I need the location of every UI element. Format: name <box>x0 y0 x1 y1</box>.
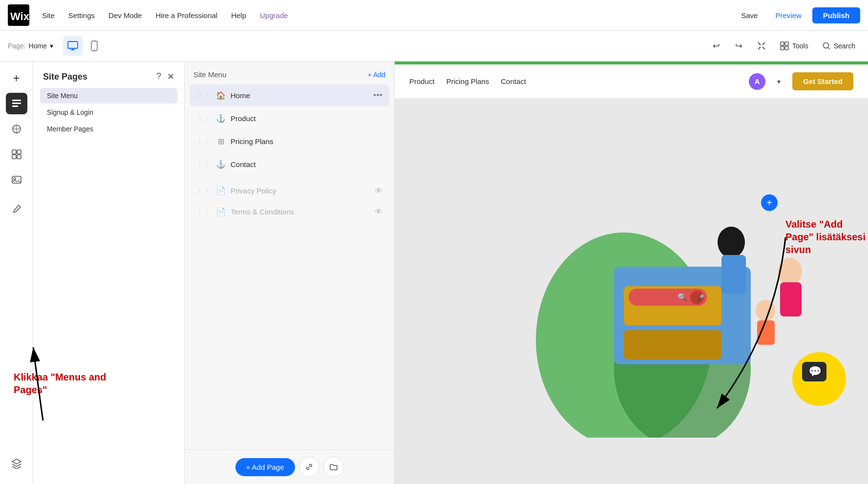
page-item-product[interactable]: ⋮⋮ ⚓ Product ••• <box>190 107 389 129</box>
svg-point-9 <box>823 43 828 48</box>
anchor-icon-contact: ⚓ <box>216 160 226 169</box>
tab-site-menu[interactable]: Site Menu <box>40 88 177 104</box>
nav-devmode[interactable]: Dev Mode <box>104 8 147 22</box>
tab-member-pages[interactable]: Member Pages <box>40 121 177 137</box>
nav-site[interactable]: Site <box>37 8 60 22</box>
svg-point-4 <box>94 49 95 50</box>
panel-header-icons: ? ✕ <box>156 71 174 82</box>
nav-settings[interactable]: Settings <box>64 8 100 22</box>
drag-handle-privacy: ⋮⋮ <box>196 187 210 195</box>
svg-rect-2 <box>68 42 78 48</box>
page-item-terms[interactable]: ⋮⋮ 📄 Terms & Conditions 👁 <box>190 201 389 222</box>
svg-rect-8 <box>785 46 788 50</box>
publish-button[interactable]: Publish <box>812 7 860 23</box>
avatar-chevron-icon[interactable]: ▾ <box>777 78 781 85</box>
page-item-contact[interactable]: ⋮⋮ ⚓ Contact ••• <box>190 153 389 175</box>
page-name-privacy: Privacy Policy <box>231 187 276 195</box>
layers-btn[interactable] <box>6 453 27 474</box>
svg-rect-34 <box>757 320 775 345</box>
page-selector[interactable]: Page: Home ▾ <box>8 42 53 50</box>
search-button[interactable]: Search <box>817 39 860 53</box>
page-item-privacy[interactable]: ⋮⋮ 📄 Privacy Policy 👁 <box>190 180 389 201</box>
nav-hire[interactable]: Hire a Professional <box>150 8 222 22</box>
get-started-button[interactable]: Get Started <box>792 72 853 90</box>
panel-tabs: Site Menu Signup & Login Member Pages <box>33 88 184 137</box>
toolbar-icons: ↩ ↪ Tools Search <box>707 37 860 55</box>
drag-handle-product: ⋮⋮ <box>196 115 210 123</box>
svg-point-31 <box>778 258 802 285</box>
search-label: Search <box>834 42 855 50</box>
svg-point-19 <box>14 178 16 180</box>
folder-btn[interactable] <box>323 457 344 477</box>
chevron-down-icon: ▾ <box>50 42 53 50</box>
page-name-home: Home <box>231 91 368 100</box>
wix-logo[interactable]: Wix <box>8 4 29 26</box>
desktop-device-btn[interactable] <box>63 36 83 56</box>
svg-rect-15 <box>17 150 21 154</box>
tab-signup-login[interactable]: Signup & Login <box>40 105 177 120</box>
page-name-terms: Terms & Conditions <box>231 208 294 216</box>
pen-btn[interactable] <box>6 198 27 220</box>
add-page-link[interactable]: + Add <box>368 71 385 79</box>
page-list: ⋮⋮ 🏠 Home ••• ⋮⋮ ⚓ Product ••• ⋮⋮ ⊞ Pric… <box>185 84 394 175</box>
pages-menu-btn[interactable] <box>6 93 27 114</box>
close-icon[interactable]: ✕ <box>167 71 174 82</box>
top-nav: Wix Site Settings Dev Mode Hire a Profes… <box>0 0 868 31</box>
grid-icon-pricing: ⊞ <box>216 137 226 146</box>
svg-rect-17 <box>17 155 21 159</box>
svg-point-33 <box>756 300 775 321</box>
drag-handle-home: ⋮⋮ <box>196 92 210 100</box>
add-page-button[interactable]: + Add Page <box>235 458 295 476</box>
media-btn[interactable] <box>6 169 27 190</box>
svg-rect-6 <box>785 42 788 45</box>
device-icons <box>63 36 104 56</box>
svg-rect-24 <box>624 330 721 359</box>
site-nav: Product Pricing Plans Contact A ▾ Get St… <box>395 64 868 99</box>
eye-icon-terms[interactable]: 👁 <box>375 208 382 216</box>
site-nav-pricing[interactable]: Pricing Plans <box>446 77 489 85</box>
nav-upgrade[interactable]: Upgrade <box>255 8 293 22</box>
second-bar: Page: Home ▾ ↩ ↪ Tools Search <box>0 31 868 62</box>
page-name-pricing: Pricing Plans <box>231 137 368 146</box>
svg-rect-30 <box>721 255 746 294</box>
svg-text:💬: 💬 <box>808 365 822 378</box>
svg-text:🔍: 🔍 <box>677 293 687 302</box>
save-button[interactable]: Save <box>734 8 764 22</box>
link-page-btn[interactable] <box>299 457 319 477</box>
add-element-btn[interactable]: + <box>6 67 27 89</box>
site-nav-contact[interactable]: Contact <box>501 77 526 85</box>
page-name: Home <box>29 42 47 50</box>
page-name-product: Product <box>231 114 368 123</box>
user-avatar[interactable]: A <box>749 73 765 90</box>
anchor-icon-product: ⚓ <box>216 114 226 123</box>
page-label: Page: <box>8 42 26 50</box>
pages-bottom: + Add Page <box>185 449 394 484</box>
help-icon[interactable]: ? <box>156 71 161 82</box>
svg-rect-5 <box>781 42 784 45</box>
add-section-circle[interactable]: + <box>761 194 778 211</box>
eye-icon-privacy[interactable]: 👁 <box>375 187 382 195</box>
redo-btn[interactable]: ↪ <box>730 37 748 55</box>
tools-label: Tools <box>792 42 808 50</box>
panel-header: Site Pages ? ✕ <box>33 62 184 88</box>
preview-button[interactable]: Preview <box>768 8 808 22</box>
page-item-home[interactable]: ⋮⋮ 🏠 Home ••• <box>190 84 389 106</box>
theme-btn[interactable] <box>6 118 27 140</box>
nav-help[interactable]: Help <box>226 8 251 22</box>
page-item-pricing[interactable]: ⋮⋮ ⊞ Pricing Plans ••• <box>190 130 389 152</box>
mobile-device-btn[interactable] <box>85 36 104 56</box>
hidden-pages: ⋮⋮ 📄 Privacy Policy 👁 ⋮⋮ 📄 Terms & Condi… <box>185 175 394 222</box>
more-icon-home[interactable]: ••• <box>373 90 382 101</box>
drag-handle-pricing: ⋮⋮ <box>196 138 210 146</box>
svg-rect-10 <box>12 100 21 101</box>
panel-title: Site Pages <box>43 72 87 82</box>
main-area: + Site Pages ? ✕ <box>0 62 868 484</box>
blocks-btn[interactable] <box>6 144 27 165</box>
svg-text:🎤: 🎤 <box>696 294 705 302</box>
tools-button[interactable]: Tools <box>775 38 813 54</box>
pages-column-header: Site Menu + Add <box>185 62 394 84</box>
undo-btn[interactable]: ↩ <box>707 37 726 55</box>
svg-rect-16 <box>12 155 16 159</box>
collapse-btn[interactable] <box>752 37 771 55</box>
site-nav-product[interactable]: Product <box>409 77 435 85</box>
